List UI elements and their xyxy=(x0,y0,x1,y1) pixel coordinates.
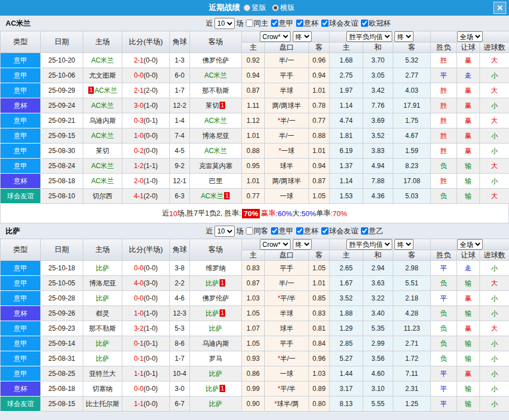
near-label: 近 xyxy=(206,226,213,236)
handicap-cell: 平手 xyxy=(265,261,309,276)
odds-state-select[interactable]: 终 xyxy=(293,239,312,250)
date-cell: 25-09-24 xyxy=(41,98,83,113)
league-checkbox-input[interactable] xyxy=(361,20,368,27)
avg-select[interactable]: 胜平负均值 xyxy=(346,239,392,250)
scope-select[interactable]: 全场 xyxy=(457,31,483,42)
odds-state-select[interactable]: 终 xyxy=(293,31,312,42)
column-header-2: 主场 xyxy=(83,239,122,261)
match-count-select[interactable]: 10 xyxy=(215,226,235,237)
sub-header-3: 主 xyxy=(330,250,363,261)
sub-header-5: 客 xyxy=(393,42,431,53)
avg-select[interactable]: 胜平负均值 xyxy=(346,31,392,42)
column-header-0: 类型 xyxy=(1,31,41,53)
league-checkbox-input[interactable] xyxy=(321,20,329,27)
league-checkbox[interactable]: 意甲 xyxy=(269,18,293,28)
fulltime-score: 4-0 xyxy=(134,279,144,287)
avg-state-select[interactable]: 终 xyxy=(394,239,413,250)
avg-state-select[interactable]: 终 xyxy=(394,31,413,42)
handicap-cell: 一球 xyxy=(265,189,309,204)
odds-cell: 1.05 xyxy=(309,261,330,276)
league-checkbox-input[interactable] xyxy=(296,227,303,235)
odds-cell: 0.83 xyxy=(242,261,265,276)
halftime-score: (0-0) xyxy=(144,147,158,155)
fulltime-score: 1-0 xyxy=(134,132,144,140)
same-venue-checkbox[interactable]: 同客 xyxy=(244,226,268,236)
avg-odds-cell: 2.31 xyxy=(393,381,431,397)
away-team-cell: 维罗纳 xyxy=(190,261,242,276)
away-team-name: 维罗纳 xyxy=(206,264,226,272)
away-team-cell: AC米兰1 xyxy=(190,189,242,204)
league-checkbox-input[interactable] xyxy=(271,227,278,235)
handicap-cell: *平/半 xyxy=(265,291,309,306)
odds-source-select[interactable]: Crow* xyxy=(260,239,291,250)
corner-cell: 2-2 xyxy=(170,276,190,291)
league-checkbox-input[interactable] xyxy=(321,227,329,235)
score-cell: 4-0(3-0) xyxy=(122,276,170,291)
layout-radio-group: 竖版横版 xyxy=(244,3,301,13)
league-type-cell: 意甲 xyxy=(1,336,41,351)
handicap-cell: 平手 xyxy=(265,336,309,351)
league-checkbox[interactable]: 球会友谊 xyxy=(319,226,358,236)
layout-radio-vertical[interactable]: 竖版 xyxy=(244,3,267,13)
score-cell: 0-0(0-0) xyxy=(122,261,170,276)
summary-segment: 近 xyxy=(162,208,169,218)
column-header-5: 客场 xyxy=(190,31,242,53)
same-venue-input[interactable] xyxy=(246,227,253,235)
sub-header-1: 盘口 xyxy=(265,250,309,261)
layout-radio-horizontal[interactable]: 横版 xyxy=(272,3,295,13)
scope-select[interactable]: 全场 xyxy=(457,239,483,250)
close-button[interactable]: ✕ xyxy=(493,2,506,14)
result-goals-cell: 大 xyxy=(480,321,509,336)
halftime-score: (3-0) xyxy=(144,279,158,287)
handicap-cell: 两/两球半 xyxy=(265,98,309,113)
avg-odds-cell: 5.55 xyxy=(363,397,393,412)
summary-segment: 赢率 xyxy=(261,208,275,218)
league-checkbox[interactable]: 欧冠杯 xyxy=(359,18,391,28)
halftime-score: (0-0) xyxy=(144,71,158,79)
league-checkbox-input[interactable] xyxy=(296,20,303,27)
avg-odds-cell: 2.65 xyxy=(330,261,363,276)
league-checkbox-input[interactable] xyxy=(271,20,278,27)
league-checkbox[interactable]: 意杯 xyxy=(294,226,318,236)
result-handicap-cell: 赢 xyxy=(457,321,480,336)
odds-cell: 0.94 xyxy=(242,68,265,83)
odds-cell: 1.01 xyxy=(242,174,265,189)
away-team-cell: 比萨1 xyxy=(190,276,242,291)
avg-odds-cell: 3.52 xyxy=(363,128,393,144)
league-checkbox-input[interactable] xyxy=(361,227,368,235)
avg-odds-cell: 3.40 xyxy=(363,306,393,321)
home-team-cell: 比萨 xyxy=(83,351,122,366)
handicap-text: 半/一 xyxy=(280,355,296,362)
odds-cell: 0.87 xyxy=(242,276,265,291)
handicap-cell: 平手 xyxy=(265,68,309,83)
corner-cell: 7-4 xyxy=(170,128,190,144)
halftime-score: (2-0) xyxy=(144,192,158,200)
odds-source-select[interactable]: Crow* xyxy=(260,31,291,42)
result-handicap-cell: 赢 xyxy=(457,144,480,159)
league-checkbox[interactable]: 意甲 xyxy=(269,226,293,236)
table-row: 球会友谊25-08-10切尔西4-1(2-0)6-3AC米兰10.77一球1.0… xyxy=(1,189,509,204)
result-goals-cell: 大 xyxy=(480,276,509,291)
halftime-score: (0-0) xyxy=(144,355,158,362)
score-cell: 1-0(1-0) xyxy=(122,306,170,321)
score-cell: 4-1(2-0) xyxy=(122,189,170,204)
fulltime-score: 0-3 xyxy=(134,117,144,125)
same-venue-input[interactable] xyxy=(246,20,253,27)
handicap-cell: *平/半 xyxy=(265,381,309,397)
odds-cell: 0.84 xyxy=(309,336,330,351)
league-checkbox[interactable]: 意杯 xyxy=(294,18,318,28)
league-checkbox[interactable]: 球会友谊 xyxy=(319,18,358,28)
match-count-select[interactable]: 10 xyxy=(215,18,235,29)
avg-odds-cell: 1.81 xyxy=(330,128,363,144)
odds-cell: 1.01 xyxy=(242,128,265,144)
result-wdl-cell: 负 xyxy=(431,306,457,321)
same-venue-checkbox[interactable]: 同主 xyxy=(244,18,268,28)
league-checkbox[interactable]: 意乙 xyxy=(359,226,383,236)
odds-cell: 0.90 xyxy=(242,397,265,412)
score-cell: 0-1(0-1) xyxy=(122,336,170,351)
summary-segment: 单率 xyxy=(316,208,331,218)
avg-odds-cell: 4.36 xyxy=(363,189,393,204)
red-card-badge: 1 xyxy=(224,192,230,199)
summary-segment: :70% xyxy=(331,209,348,218)
table-row: 意甲25-08-31比萨0-1(0-0)1-7罗马0.93*半/一0.965.2… xyxy=(1,351,509,366)
